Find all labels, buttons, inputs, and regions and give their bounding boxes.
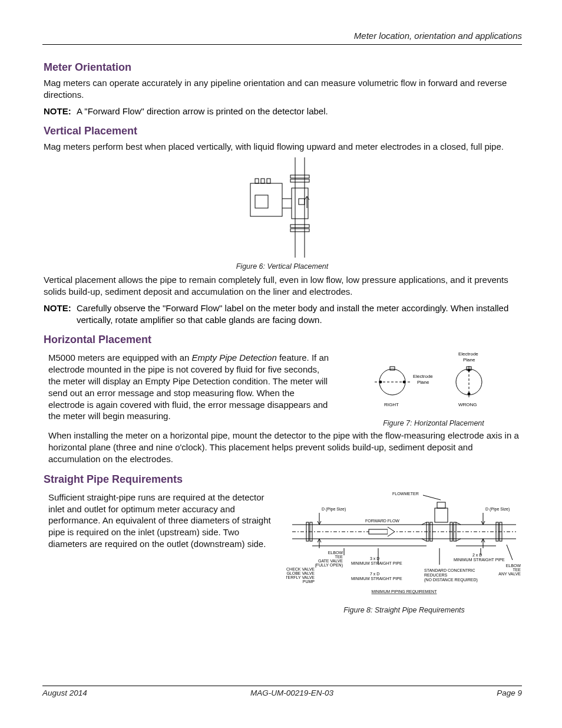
label-min2: MINIMUM STRAIGHT PIPE xyxy=(351,577,402,581)
label-butterfly: BUTTERFLY VALVE xyxy=(286,575,315,579)
note-vertical: NOTE: Carefully observe the "Forward Flo… xyxy=(44,302,522,326)
label-red1: STANDARD CONCENTRIC xyxy=(424,568,475,572)
page-footer: August 2014 MAG-UM-00219-EN-03 Page 9 xyxy=(42,686,522,697)
running-header: Meter location, orientation and applicat… xyxy=(42,31,522,44)
label-d-left: D (Pipe Size) xyxy=(322,507,346,512)
label-gate-valve: GATE VALVE xyxy=(318,559,343,563)
note-text: A "Forward Flow" direction arrow is prin… xyxy=(77,106,522,117)
svg-point-24 xyxy=(468,369,470,371)
svg-rect-17 xyxy=(390,367,395,370)
label-elbow: ELBOW xyxy=(328,551,343,555)
label-7d: 7 x D xyxy=(370,572,379,576)
svg-rect-3 xyxy=(290,179,309,182)
para-straight-pipe: Sufficient straight-pipe runs are requir… xyxy=(48,492,272,550)
note-meter-orientation: NOTE: A "Forward Flow" direction arrow i… xyxy=(44,106,522,117)
horizontal-placement-diagram: Electrode Plane Electrode Plane RIGHT WR… xyxy=(357,350,510,414)
figure-7-caption: Figure 7: Horizontal Placement xyxy=(345,419,522,427)
svg-rect-35 xyxy=(435,508,448,522)
para-vertical-2: Vertical placement allows the pipe to re… xyxy=(44,274,522,298)
label-pump: PUMP xyxy=(303,579,315,584)
para-meter-orientation: Mag meters can operate accurately in any… xyxy=(44,77,522,101)
figure-6: Figure 6: Vertical Placement xyxy=(42,157,522,271)
heading-meter-orientation: Meter Orientation xyxy=(44,61,522,74)
label-plane: Plane xyxy=(417,380,429,385)
label-flowmeter: FLOWMETER xyxy=(392,492,419,496)
text: M5000 meters are equipped with an xyxy=(48,353,191,363)
label-electrode: Electrode xyxy=(413,374,433,379)
note-text: Carefully observe the "Forward Flow" lab… xyxy=(77,302,522,326)
heading-straight-pipe: Straight Pipe Requirements xyxy=(44,473,522,486)
heading-horizontal-placement: Horizontal Placement xyxy=(44,334,522,346)
svg-point-20 xyxy=(403,381,405,383)
svg-rect-4 xyxy=(292,188,308,219)
figure-8-caption: Figure 8: Straight Pipe Requirements xyxy=(286,606,522,614)
label-any-valve: ANY VALVE xyxy=(498,572,521,576)
svg-line-49 xyxy=(507,545,513,560)
svg-rect-8 xyxy=(290,229,309,232)
label-electrode: Electrode xyxy=(458,351,478,357)
svg-rect-14 xyxy=(261,179,265,183)
svg-rect-2 xyxy=(290,175,309,178)
svg-rect-36 xyxy=(437,502,445,508)
label-elbow2: ELBOW xyxy=(506,564,521,568)
para-vertical-1: Mag meters perform best when placed vert… xyxy=(44,141,522,153)
label-fully-open: (FULLY OPEN) xyxy=(315,563,343,568)
note-label: NOTE: xyxy=(44,302,77,326)
svg-point-19 xyxy=(379,381,382,383)
label-plane: Plane xyxy=(463,357,475,363)
text-em: Empty Pipe Detection xyxy=(191,353,276,363)
svg-rect-13 xyxy=(255,179,259,183)
footer-rule xyxy=(42,686,522,686)
footer-doc-id: MAG-UM-00219-EN-03 xyxy=(250,689,333,697)
label-min3: MINIMUM STRAIGHT PIPE xyxy=(454,558,505,562)
para-horizontal-2: When installing the meter on a horizonta… xyxy=(48,430,522,465)
svg-line-44 xyxy=(423,495,441,500)
para-horizontal-1: M5000 meters are equipped with an Empty … xyxy=(48,352,331,422)
header-rule xyxy=(42,44,522,45)
svg-rect-5 xyxy=(299,199,305,205)
svg-rect-15 xyxy=(267,179,270,183)
page: Meter location, orientation and applicat… xyxy=(0,0,562,728)
svg-rect-12 xyxy=(255,195,268,208)
vertical-placement-diagram xyxy=(229,157,335,258)
footer-page: Page 9 xyxy=(497,689,522,697)
straight-pipe-diagram: FLOWMETER D (Pipe Size) D (Pipe Size) FO… xyxy=(286,489,522,601)
label-forward-flow: FORWARD FLOW xyxy=(365,519,399,523)
footer-date: August 2014 xyxy=(42,689,87,697)
label-min-piping: MINIMUM PIPING REQUIREMENT xyxy=(372,589,438,594)
note-label: NOTE: xyxy=(44,106,77,117)
label-3d: 3 x D xyxy=(370,556,379,561)
figure-6-caption: Figure 6: Vertical Placement xyxy=(42,262,522,271)
label-2d: 2 x D xyxy=(472,553,482,557)
svg-rect-43 xyxy=(369,529,388,534)
label-wrong: WRONG xyxy=(458,402,477,407)
label-red3: (NO DISTANCE REQUIRED) xyxy=(424,578,478,582)
label-min1: MINIMUM STRAIGHT PIPE xyxy=(351,561,402,565)
label-right: RIGHT xyxy=(384,402,399,407)
label-d-right: D (Pipe Size) xyxy=(485,507,510,512)
svg-point-25 xyxy=(468,393,470,395)
straight-pipe-row: Sufficient straight-pipe runs are requir… xyxy=(42,489,522,614)
horizontal-row: M5000 meters are equipped with an Empty … xyxy=(42,350,522,427)
text: feature. If an electrode mounted in the … xyxy=(48,353,329,421)
label-globe-valve: GLOBE VALVE xyxy=(286,571,315,575)
heading-vertical-placement: Vertical Placement xyxy=(44,125,522,137)
svg-rect-7 xyxy=(290,225,309,228)
label-tee: TEE xyxy=(335,555,343,559)
label-check-valve: CHECK VALVE xyxy=(286,567,315,571)
label-red2: REDUCERS xyxy=(424,573,448,577)
label-tee2: TEE xyxy=(513,568,521,572)
